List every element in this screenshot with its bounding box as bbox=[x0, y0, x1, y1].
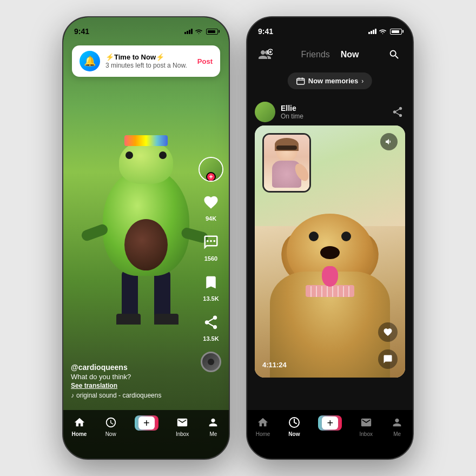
creator-avatar-container[interactable]: + bbox=[199, 157, 223, 182]
volume-icon bbox=[385, 137, 393, 146]
status-bar-2: 9:41 bbox=[247, 17, 413, 41]
tab-group: Friends Now bbox=[301, 50, 359, 60]
friend-post-status: On time bbox=[281, 113, 385, 120]
volume-button[interactable] bbox=[380, 133, 398, 150]
notification-title: ⚡Time to Now⚡ bbox=[105, 53, 192, 61]
nav-me-label-2: Me bbox=[393, 431, 401, 437]
photo-like-button[interactable] bbox=[378, 322, 398, 342]
bookmark-icon bbox=[200, 272, 222, 293]
nav-inbox-2[interactable]: Inbox bbox=[359, 415, 373, 437]
nav-home-label-1: Home bbox=[72, 431, 87, 437]
now-icon-2 bbox=[287, 415, 301, 429]
nav-create-1[interactable]: + bbox=[135, 415, 158, 431]
status-bar: 9:41 bbox=[63, 17, 229, 41]
sound-disc-icon bbox=[201, 352, 221, 372]
status-time-2: 9:41 bbox=[258, 27, 273, 36]
nav-home-2[interactable]: Home bbox=[256, 415, 270, 437]
nav-now-2[interactable]: Now bbox=[287, 415, 301, 437]
bottom-nav-1: Home Now + Inbox bbox=[63, 410, 229, 459]
comment-count: 1560 bbox=[204, 255, 217, 262]
create-plus-button-1[interactable]: + bbox=[135, 415, 158, 431]
feed-translate-button[interactable]: See translation bbox=[71, 382, 196, 389]
nav-me-1[interactable]: Me bbox=[206, 415, 220, 437]
create-plus-button-2[interactable]: + bbox=[318, 415, 342, 431]
feed-action-buttons: + 94K 1560 13.5K bbox=[199, 157, 223, 372]
notification-text: ⚡Time to Now⚡ 3 minutes left to post a N… bbox=[105, 53, 192, 69]
nav-inbox-label-1: Inbox bbox=[176, 431, 189, 437]
notification-banner[interactable]: 🔔 ⚡Time to Now⚡ 3 minutes left to post a… bbox=[72, 45, 220, 77]
nav-now-label-2: Now bbox=[288, 431, 300, 437]
wifi-icon-2 bbox=[379, 29, 387, 35]
selfie-front-camera bbox=[262, 133, 311, 193]
notification-post-button[interactable]: Post bbox=[197, 57, 213, 65]
svg-point-2 bbox=[213, 240, 215, 242]
battery-icon-2 bbox=[390, 29, 402, 35]
wifi-icon bbox=[195, 29, 203, 35]
nav-inbox-1[interactable]: Inbox bbox=[175, 415, 189, 437]
save-count: 13.5K bbox=[203, 295, 219, 302]
friend-name: Ellie bbox=[281, 104, 385, 113]
nav-inbox-label-2: Inbox bbox=[360, 431, 373, 437]
dog-tongue bbox=[322, 266, 338, 287]
notification-subtitle: 3 minutes left to post a Now. bbox=[105, 62, 192, 69]
signal-icon bbox=[184, 29, 193, 34]
comment-button[interactable]: 1560 bbox=[200, 232, 222, 262]
calendar-icon bbox=[296, 77, 305, 85]
save-button[interactable]: 13.5K bbox=[200, 272, 222, 302]
share-button[interactable]: 13.5K bbox=[200, 312, 222, 342]
notification-icon: 🔔 bbox=[80, 51, 100, 71]
now-memories-pill[interactable]: Now memories › bbox=[288, 72, 372, 89]
creator-avatar: + bbox=[199, 157, 223, 182]
svg-rect-4 bbox=[297, 78, 305, 84]
tab-friends[interactable]: Friends bbox=[301, 50, 329, 60]
home-icon-2 bbox=[256, 415, 270, 429]
now-icon-1 bbox=[104, 415, 118, 429]
nav-now-1[interactable]: Now bbox=[104, 415, 118, 437]
plus-icon-2: + bbox=[327, 418, 333, 428]
nav-now-label-1: Now bbox=[105, 431, 116, 437]
bottom-nav-2: Home Now + I bbox=[247, 410, 413, 459]
home-icon bbox=[72, 415, 87, 429]
phone-2: 9:41 bbox=[246, 16, 414, 460]
profile-icon-2 bbox=[390, 415, 404, 429]
svg-point-1 bbox=[210, 240, 212, 242]
nav-home-1[interactable]: Home bbox=[72, 415, 87, 437]
nav-home-label-2: Home bbox=[256, 431, 270, 437]
friend-header: Ellie On time bbox=[255, 98, 405, 125]
nav-create-2[interactable]: + bbox=[318, 415, 342, 431]
phone-1: 9:41 🔔 ⚡Time to Now⚡ 3 minutes bbox=[62, 16, 230, 460]
add-friend-icon[interactable] bbox=[258, 47, 273, 62]
status-time: 9:41 bbox=[74, 27, 89, 36]
status-icons bbox=[184, 29, 218, 35]
like-button[interactable]: 94K bbox=[200, 191, 222, 222]
inbox-icon-1 bbox=[175, 415, 189, 429]
inbox-icon-2 bbox=[359, 415, 373, 429]
timer-display: 4:11:24 bbox=[262, 361, 287, 369]
photo-comment-button[interactable] bbox=[378, 349, 398, 369]
feed-username: @cardioqueens bbox=[71, 363, 196, 372]
memories-label: Now memories bbox=[308, 77, 358, 85]
svg-point-0 bbox=[207, 240, 209, 242]
post-share-button[interactable] bbox=[390, 104, 405, 120]
profile-icon-1 bbox=[206, 415, 220, 429]
share-count: 13.5K bbox=[203, 335, 219, 342]
selfie-photo bbox=[264, 135, 309, 191]
friend-post-container: Ellie On time bbox=[247, 98, 413, 410]
photo-action-buttons bbox=[378, 322, 398, 369]
signal-icon-2 bbox=[368, 29, 376, 34]
sound-button[interactable] bbox=[201, 352, 221, 372]
comment-icon-photo bbox=[383, 354, 393, 364]
heart-icon bbox=[200, 191, 222, 213]
dog-scarf-pattern bbox=[306, 286, 354, 297]
tab-now[interactable]: Now bbox=[341, 50, 359, 60]
friends-now-header: Friends Now bbox=[247, 41, 413, 68]
search-icon-btn[interactable] bbox=[387, 47, 402, 62]
like-count: 94K bbox=[206, 215, 216, 222]
friend-avatar bbox=[255, 102, 275, 122]
plus-icon-1: + bbox=[143, 418, 150, 428]
nav-me-label-1: Me bbox=[209, 431, 217, 437]
battery-icon bbox=[206, 29, 218, 35]
feed-sound-info: ♪ original sound - cardioqueens bbox=[71, 392, 196, 399]
comment-icon bbox=[200, 232, 222, 253]
nav-me-2[interactable]: Me bbox=[390, 415, 404, 437]
